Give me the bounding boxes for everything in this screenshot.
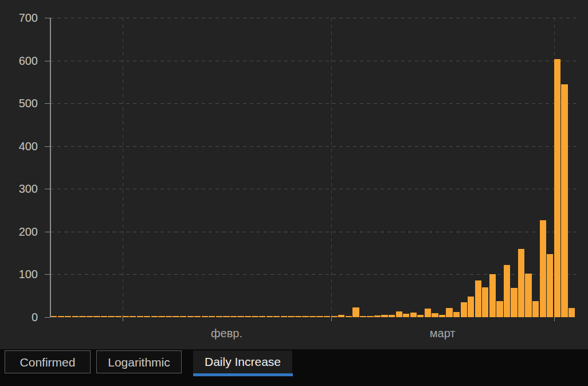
y-axis-tick-label: 600	[0, 55, 38, 67]
daily-increase-bar[interactable]	[561, 84, 567, 317]
y-axis-line	[50, 18, 51, 317]
y-axis-tick-label: 200	[0, 226, 38, 237]
y-axis-tick-label: 700	[0, 12, 38, 24]
horizontal-gridline	[50, 61, 578, 61]
daily-increase-bar[interactable]	[302, 316, 308, 317]
daily-increase-bar[interactable]	[360, 316, 366, 317]
daily-increase-bar[interactable]	[130, 316, 136, 317]
daily-increase-bar[interactable]	[417, 315, 424, 317]
daily-increase-bar[interactable]	[439, 315, 445, 317]
daily-increase-bar[interactable]	[180, 316, 186, 317]
daily-increase-bar[interactable]	[374, 315, 381, 317]
daily-increase-bar[interactable]	[295, 316, 301, 317]
daily-increase-bar[interactable]	[547, 254, 553, 317]
daily-increase-bar[interactable]	[144, 316, 150, 317]
daily-increase-bar[interactable]	[324, 316, 330, 317]
daily-increase-bar[interactable]	[511, 288, 517, 317]
x-axis-month-label: февр.	[193, 327, 261, 339]
daily-increase-bar[interactable]	[475, 280, 481, 317]
daily-increase-bar[interactable]	[410, 313, 417, 317]
daily-increase-bar[interactable]	[202, 316, 208, 317]
covid-dashboard: 0100200300400500600700февр.март Confirme…	[0, 0, 588, 386]
y-axis-tick	[45, 317, 50, 318]
daily-increase-bar[interactable]	[79, 316, 85, 317]
daily-increase-bar[interactable]	[65, 316, 71, 317]
daily-increase-bar[interactable]	[209, 316, 215, 317]
daily-increase-bar[interactable]	[151, 316, 158, 317]
daily-increase-bar[interactable]	[245, 316, 251, 317]
daily-increase-bar[interactable]	[540, 220, 546, 317]
daily-increase-bar[interactable]	[58, 316, 64, 317]
daily-increase-bar[interactable]	[223, 316, 229, 317]
daily-increase-bar[interactable]	[346, 316, 352, 317]
daily-increase-bar[interactable]	[352, 307, 359, 317]
x-axis-tick	[123, 317, 123, 321]
horizontal-gridline	[50, 103, 578, 104]
tab-bar: ConfirmedLogarithmicDaily Increase	[0, 349, 588, 386]
daily-increase-chart: 0100200300400500600700февр.март	[0, 0, 588, 349]
daily-increase-bar[interactable]	[554, 59, 560, 317]
daily-increase-bar[interactable]	[158, 316, 164, 317]
daily-increase-bar[interactable]	[453, 312, 460, 317]
horizontal-gridline	[50, 146, 578, 147]
active-tab-underline	[193, 373, 293, 376]
daily-increase-bar[interactable]	[237, 316, 244, 317]
daily-increase-bar[interactable]	[518, 249, 524, 317]
daily-increase-bar[interactable]	[468, 297, 474, 317]
y-axis-tick-label: 300	[0, 183, 38, 194]
daily-increase-bar[interactable]	[108, 316, 114, 317]
daily-increase-bar[interactable]	[425, 309, 431, 317]
daily-increase-bar[interactable]	[569, 308, 575, 317]
daily-increase-bar[interactable]	[338, 315, 344, 317]
daily-increase-bar[interactable]	[381, 315, 387, 317]
x-axis-tick	[331, 317, 332, 321]
daily-increase-bar[interactable]	[166, 316, 172, 317]
daily-increase-bar[interactable]	[230, 316, 237, 317]
daily-increase-bar[interactable]	[216, 316, 222, 317]
daily-increase-bar[interactable]	[252, 316, 258, 317]
daily-increase-bar[interactable]	[461, 302, 467, 317]
daily-increase-bar[interactable]	[173, 316, 179, 317]
y-axis-tick-label: 100	[0, 268, 38, 280]
daily-increase-bar[interactable]	[288, 316, 294, 317]
daily-increase-bar[interactable]	[532, 301, 539, 317]
daily-increase-bar[interactable]	[115, 316, 121, 317]
daily-increase-bar[interactable]	[432, 313, 438, 317]
daily-increase-bar[interactable]	[101, 316, 107, 317]
daily-increase-bar[interactable]	[259, 316, 265, 317]
horizontal-gridline	[50, 274, 578, 275]
horizontal-gridline	[50, 18, 578, 18]
daily-increase-bar[interactable]	[273, 316, 280, 317]
daily-increase-bar[interactable]	[187, 316, 194, 317]
daily-increase-bar[interactable]	[93, 316, 100, 317]
daily-increase-bar[interactable]	[389, 315, 395, 317]
daily-increase-bar[interactable]	[489, 274, 496, 317]
tab-confirmed[interactable]: Confirmed	[5, 350, 91, 373]
daily-increase-bar[interactable]	[194, 316, 201, 317]
vertical-gridline	[331, 18, 332, 317]
y-axis-tick-label: 500	[0, 98, 38, 109]
daily-increase-bar[interactable]	[266, 316, 273, 317]
daily-increase-bar[interactable]	[367, 316, 373, 317]
daily-increase-bar[interactable]	[396, 311, 402, 317]
daily-increase-bar[interactable]	[137, 316, 143, 317]
x-axis-month-label: март	[408, 327, 477, 339]
daily-increase-bar[interactable]	[123, 316, 129, 317]
tab-logarithmic[interactable]: Logarithmic	[96, 350, 182, 373]
daily-increase-bar[interactable]	[87, 316, 93, 317]
daily-increase-bar[interactable]	[316, 316, 323, 317]
daily-increase-bar[interactable]	[504, 265, 510, 317]
daily-increase-bar[interactable]	[446, 308, 452, 317]
daily-increase-bar[interactable]	[482, 287, 488, 317]
daily-increase-bar[interactable]	[281, 316, 287, 317]
daily-increase-bar[interactable]	[50, 316, 57, 317]
daily-increase-bar[interactable]	[72, 316, 79, 317]
horizontal-gridline	[50, 232, 578, 232]
tab-daily-increase[interactable]: Daily Increase	[193, 350, 292, 373]
daily-increase-bar[interactable]	[525, 274, 531, 317]
daily-increase-bar[interactable]	[403, 314, 409, 317]
x-axis-tick	[554, 317, 555, 321]
daily-increase-bar[interactable]	[309, 316, 316, 317]
daily-increase-bar[interactable]	[331, 316, 338, 317]
daily-increase-bar[interactable]	[496, 301, 503, 317]
